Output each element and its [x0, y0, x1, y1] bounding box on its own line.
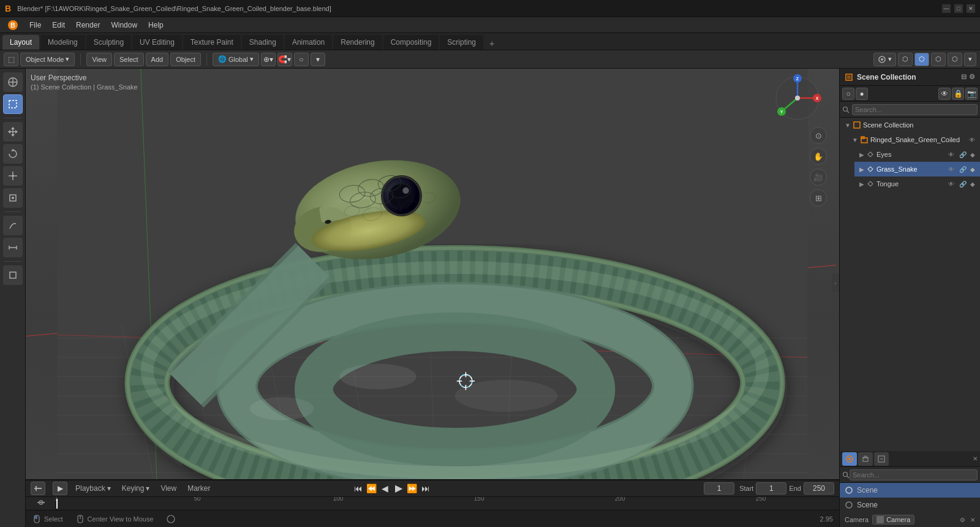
minimize-button[interactable]: — — [942, 4, 951, 13]
svg-point-74 — [455, 380, 558, 412]
current-frame-input[interactable]: 1 — [704, 482, 734, 495]
timeline-mode-button[interactable]: ▶ — [53, 482, 67, 495]
camera-value[interactable]: Camera — [872, 515, 914, 525]
step-forward-button[interactable]: ⏩ — [406, 482, 418, 495]
scene-item-1[interactable]: Scene — [840, 483, 980, 498]
view-menu-button[interactable]: View — [86, 53, 112, 66]
cursor-tool[interactable] — [3, 72, 23, 92]
tab-uvediting[interactable]: UV Editing — [132, 35, 182, 50]
viewport-shading-solid[interactable]: ⬡ — [914, 53, 929, 66]
viewport-shading-options[interactable]: ▾ — [964, 53, 976, 66]
render-menu[interactable]: Render — [71, 20, 105, 31]
rotate-tool[interactable] — [3, 144, 23, 164]
maximize-button[interactable]: □ — [954, 4, 963, 13]
viewport-shading-material[interactable]: ⬡ — [931, 53, 946, 66]
outliner-visibility-icon[interactable]: 👁 — [938, 88, 951, 100]
tab-compositing[interactable]: Compositing — [383, 35, 439, 50]
proportional-edit-button[interactable]: ○ — [294, 53, 309, 66]
tab-rendering[interactable]: Rendering — [333, 35, 382, 50]
snap-button[interactable]: 🧲▾ — [277, 53, 292, 66]
window-menu[interactable]: Window — [106, 20, 142, 31]
tab-scripting[interactable]: Scripting — [440, 35, 483, 50]
viewport-shading-rendered[interactable]: ⬡ — [948, 53, 962, 66]
tongue-visibility[interactable]: 👁 — [948, 181, 954, 188]
tab-layout[interactable]: Layout — [2, 35, 39, 50]
outliner-render-icon[interactable]: 📷 — [965, 88, 978, 100]
eyes-object[interactable]: ▶ Eyes 👁 🔗 ◆ — [854, 147, 980, 162]
scene-item-2[interactable]: Scene — [840, 498, 980, 512]
transform-tool[interactable] — [3, 188, 23, 208]
outliner-active-icon[interactable]: ● — [856, 88, 868, 100]
play-reverse-button[interactable]: ◀ — [379, 482, 391, 495]
measure-tool[interactable] — [3, 238, 23, 257]
grass-snake-object[interactable]: ▶ Grass_Snake 👁 🔗 ◆ — [854, 162, 980, 176]
annotate-tool[interactable] — [3, 216, 23, 235]
start-frame-input[interactable] — [756, 482, 786, 495]
transform-orientation-button[interactable]: 🌐 Global ▾ — [213, 53, 259, 66]
help-menu[interactable]: Help — [143, 20, 168, 31]
eyes-visibility[interactable]: 👁 — [948, 151, 954, 158]
grass-snake-visibility[interactable]: 👁 — [948, 166, 954, 173]
camera-icon[interactable]: 🎥 — [810, 169, 827, 186]
scene-properties-btn[interactable] — [842, 452, 857, 466]
svg-rect-107 — [854, 122, 860, 128]
timeline-editor-type[interactable] — [31, 482, 45, 495]
grid-icon[interactable]: ⊞ — [810, 189, 827, 207]
jump-end-button[interactable]: ⏭ — [420, 482, 432, 495]
add-workspace-button[interactable]: + — [484, 37, 499, 50]
frame-ruler[interactable]: 1 50 100 150 200 250 — [26, 497, 839, 510]
file-menu[interactable]: File — [24, 20, 46, 31]
tongue-object[interactable]: ▶ Tongue 👁 🔗 ◆ — [854, 176, 980, 191]
zoom-to-fit-icon[interactable]: ⊙ — [810, 127, 827, 144]
blender-menu[interactable]: B — [2, 18, 23, 32]
outliner-filter-icon[interactable]: ⊟ — [961, 73, 967, 81]
tab-animation[interactable]: Animation — [285, 35, 332, 50]
viewport-shading-wire[interactable]: ⬡ — [898, 53, 913, 66]
keying-menu[interactable]: Keying▾ — [119, 483, 153, 494]
edit-menu[interactable]: Edit — [47, 20, 70, 31]
outliner-search-input[interactable] — [852, 104, 978, 115]
editor-type-button[interactable]: ⬚ — [4, 53, 18, 66]
close-button[interactable]: ✕ — [967, 4, 975, 13]
3d-viewport[interactable]: User Perspective (1) Scene Collection | … — [26, 69, 839, 479]
playback-menu[interactable]: Playback▾ — [72, 483, 114, 494]
properties-search-input[interactable] — [850, 469, 978, 480]
scene-collection-item[interactable]: ▼ Scene Collection — [840, 118, 980, 132]
collection-visibility[interactable]: 👁 — [969, 137, 975, 143]
overlay-button[interactable]: ▾ — [873, 53, 896, 66]
step-back-button[interactable]: ⏪ — [366, 482, 378, 495]
tab-shading[interactable]: Shading — [242, 35, 284, 50]
tab-sculpting[interactable]: Sculpting — [86, 35, 131, 50]
properties-close-icon[interactable]: ✕ — [973, 455, 978, 462]
output-properties-btn[interactable] — [874, 452, 889, 466]
object-menu-button[interactable]: Object — [170, 53, 201, 66]
end-frame-input[interactable] — [804, 482, 834, 495]
scale-tool[interactable] — [3, 166, 23, 186]
jump-start-button[interactable]: ⏮ — [352, 482, 364, 495]
window-controls[interactable]: — □ ✕ — [942, 4, 975, 13]
pan-icon[interactable]: ✋ — [810, 148, 827, 165]
tab-texturepaint[interactable]: Texture Paint — [183, 35, 241, 50]
marker-menu[interactable]: Marker — [184, 483, 213, 494]
camera-options[interactable]: ⚙ — [960, 517, 965, 523]
tab-modeling[interactable]: Modeling — [40, 35, 85, 50]
outliner-options-icon[interactable]: ⚙ — [969, 73, 975, 81]
move-tool[interactable] — [3, 122, 23, 142]
viewport-gizmo[interactable]: Z X Y — [773, 74, 828, 129]
render-properties-btn[interactable] — [858, 452, 873, 466]
play-button[interactable]: ▶ — [393, 482, 405, 495]
outliner-all-icon[interactable]: ○ — [842, 88, 854, 100]
proportional-falloff-button[interactable]: ▾ — [311, 53, 325, 66]
view-menu[interactable]: View — [157, 483, 179, 494]
transform-pivot-button[interactable]: ⊕▾ — [261, 53, 276, 66]
select-tool[interactable] — [3, 94, 23, 114]
add-cube-tool[interactable] — [3, 265, 23, 285]
camera-close[interactable]: ✕ — [970, 517, 975, 523]
svg-marker-10 — [11, 127, 15, 129]
sidebar-toggle[interactable]: › — [832, 274, 839, 292]
outliner-restrict-icon[interactable]: 🔒 — [952, 88, 964, 100]
object-mode-button[interactable]: Object Mode▾ — [20, 53, 75, 66]
select-menu-button[interactable]: Select — [114, 53, 144, 66]
add-menu-button[interactable]: Add — [146, 53, 169, 66]
ringed-snake-collection[interactable]: ▼ Ringed_Snake_Green_Coiled 👁 — [847, 132, 980, 147]
